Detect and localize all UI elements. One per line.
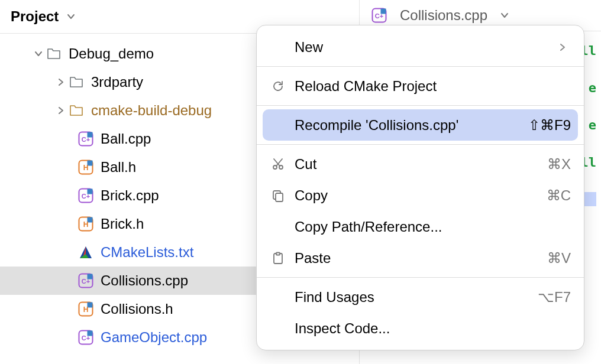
menu-item-inspect-code[interactable]: Inspect Code... — [257, 313, 584, 344]
menu-label: Copy — [295, 187, 538, 204]
menu-label: Inspect Code... — [295, 320, 571, 337]
menu-item-copy[interactable]: Copy ⌘C — [257, 180, 584, 211]
tree-label: Collisions.h — [101, 301, 173, 317]
menu-item-recompile[interactable]: Recompile 'Collisions.cpp' ⇧⌘F9 — [263, 109, 578, 141]
editor-tab-label: Collisions.cpp — [400, 7, 487, 24]
menu-shortcut: ⌘C — [547, 187, 571, 204]
menu-label: New — [295, 39, 546, 56]
menu-separator — [257, 277, 584, 278]
cut-icon — [270, 158, 286, 171]
menu-item-new[interactable]: New — [257, 31, 584, 63]
folder-icon — [67, 76, 85, 88]
svg-text:H: H — [83, 306, 89, 314]
h-file-icon: H — [77, 216, 95, 232]
svg-text:C+: C+ — [82, 334, 90, 342]
menu-label: Recompile 'Collisions.cpp' — [295, 117, 520, 134]
tree-label: Ball.cpp — [101, 131, 151, 147]
chevron-down-icon[interactable] — [64, 12, 77, 21]
chevron-right-icon[interactable] — [54, 77, 67, 87]
tree-label: GameObject.cpp — [101, 329, 207, 346]
copy-icon — [270, 189, 286, 202]
menu-item-reload-cmake[interactable]: Reload CMake Project — [257, 70, 584, 102]
menu-separator — [257, 66, 584, 67]
menu-shortcut: ⌘V — [547, 250, 571, 266]
chevron-right-icon[interactable] — [54, 106, 67, 115]
svg-text:H: H — [83, 220, 89, 229]
svg-rect-29 — [276, 252, 280, 255]
cpp-file-icon: C+ — [77, 273, 95, 288]
svg-text:C+: C+ — [82, 136, 90, 143]
chevron-right-icon — [554, 43, 571, 51]
menu-item-paste[interactable]: Paste ⌘V — [257, 242, 584, 274]
cpp-file-icon: C+ — [77, 188, 95, 203]
tree-label: Ball.h — [101, 159, 136, 176]
menu-label: Paste — [295, 250, 539, 266]
menu-label: Copy Path/Reference... — [295, 219, 571, 235]
svg-rect-27 — [276, 193, 283, 202]
tree-label: CMakeLists.txt — [101, 244, 193, 261]
menu-label: Find Usages — [295, 289, 529, 306]
menu-separator — [257, 144, 584, 145]
tree-label: Brick.h — [101, 216, 144, 232]
cmake-file-icon — [77, 245, 95, 259]
tree-label: Brick.cpp — [101, 187, 159, 204]
reload-icon — [270, 80, 286, 93]
cpp-file-icon: C+ — [77, 131, 95, 147]
sidebar-title: Project — [11, 8, 59, 25]
folder-icon — [45, 48, 63, 60]
menu-shortcut: ⌘X — [547, 156, 571, 173]
menu-separator — [257, 105, 584, 106]
cpp-file-icon: C+ — [77, 330, 95, 345]
svg-text:C+: C+ — [375, 12, 383, 20]
svg-text:C+: C+ — [82, 278, 90, 285]
menu-shortcut: ⌥F7 — [538, 289, 571, 306]
folder-excluded-icon — [67, 105, 85, 116]
tree-label: Collisions.cpp — [101, 272, 188, 289]
tree-label: cmake-build-debug — [91, 102, 212, 119]
tree-label: Debug_demo — [69, 46, 154, 62]
cpp-file-icon: C+ — [370, 8, 388, 23]
menu-item-cut[interactable]: Cut ⌘X — [257, 148, 584, 180]
chevron-down-icon[interactable] — [498, 11, 511, 20]
menu-item-find-usages[interactable]: Find Usages ⌥F7 — [257, 281, 584, 313]
svg-text:C+: C+ — [82, 193, 90, 200]
tree-label: 3rdparty — [91, 74, 143, 90]
h-file-icon: H — [77, 301, 95, 317]
svg-text:H: H — [83, 164, 89, 172]
h-file-icon: H — [77, 160, 95, 175]
context-menu: New Reload CMake Project Recompile 'Coll… — [256, 25, 584, 350]
paste-icon — [270, 252, 286, 265]
menu-shortcut: ⇧⌘F9 — [528, 117, 571, 134]
menu-label: Cut — [295, 156, 539, 173]
menu-item-copy-path[interactable]: Copy Path/Reference... — [257, 211, 584, 242]
menu-label: Reload CMake Project — [295, 78, 571, 95]
chevron-down-icon[interactable] — [32, 49, 45, 58]
